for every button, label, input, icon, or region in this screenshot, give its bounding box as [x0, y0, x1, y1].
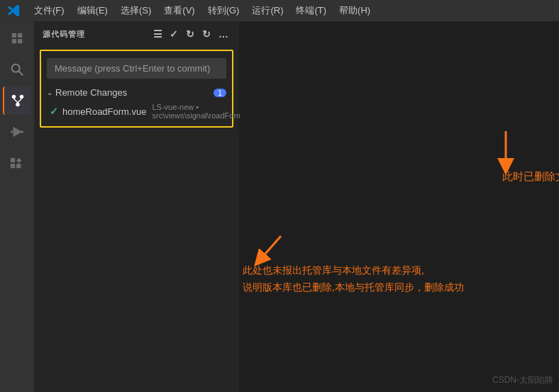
svg-point-7 — [20, 95, 24, 99]
svg-rect-2 — [12, 39, 16, 43]
scm-icon-sync[interactable]: ↻ — [201, 27, 213, 41]
menu-edit[interactable]: 编辑(E) — [72, 0, 114, 21]
scm-header-icons: ☰ ✓ ↻ ↻ … — [152, 27, 231, 41]
menu-help[interactable]: 帮助(H) — [333, 0, 376, 21]
annotation-text-1: 此时已删除文件test.js消失 — [502, 170, 559, 184]
svg-line-5 — [19, 72, 23, 76]
scm-title: 源代码管理 — [43, 29, 84, 40]
remote-changes-title: Remote Changes — [55, 87, 127, 98]
remote-changes-section: ⌄ Remote Changes 1 ✓ homeRoadForm.vue LS… — [41, 84, 232, 122]
file-name: homeRoadForm.vue — [62, 106, 147, 117]
svg-point-4 — [12, 65, 20, 72]
svg-marker-11 — [13, 127, 23, 138]
scm-icon-check[interactable]: ✓ — [168, 27, 180, 41]
scm-icon-more[interactable]: … — [217, 27, 231, 41]
activity-extensions[interactable] — [3, 149, 31, 177]
svg-line-10 — [18, 99, 22, 103]
commit-message-input[interactable] — [47, 58, 226, 79]
annotation-text-2: 此处也未报出托管库与本地文件有差异项, 说明版本库也已删除,本地与托管库同步，删… — [243, 262, 464, 296]
svg-rect-0 — [12, 33, 16, 38]
scm-icon-list[interactable]: ☰ — [152, 27, 165, 41]
activity-search[interactable] — [3, 55, 31, 84]
file-item[interactable]: ✓ homeRoadForm.vue LS-vue-new • src\view… — [41, 101, 232, 122]
svg-point-8 — [16, 103, 20, 107]
scm-header: 源代码管理 ☰ ✓ ↻ ↻ … — [34, 21, 239, 47]
scm-icon-refresh-undo[interactable]: ↻ — [184, 27, 197, 41]
menu-terminal[interactable]: 终端(T) — [290, 0, 332, 21]
remote-changes-header[interactable]: ⌄ Remote Changes 1 — [41, 84, 232, 101]
highlight-box: ⌄ Remote Changes 1 ✓ homeRoadForm.vue LS… — [40, 50, 233, 128]
svg-line-9 — [14, 99, 18, 103]
svg-rect-16 — [11, 158, 15, 162]
menu-goto[interactable]: 转到(G) — [202, 0, 245, 21]
file-path: LS-vue-new • src\views\signal\roadForm — [153, 103, 243, 120]
commit-input-area — [41, 55, 232, 82]
svg-point-12 — [11, 130, 13, 133]
svg-rect-3 — [18, 39, 22, 43]
chevron-down-icon: ⌄ — [47, 89, 52, 96]
svg-rect-1 — [18, 33, 22, 38]
activity-bar — [0, 21, 34, 392]
vscode-logo — [6, 3, 21, 18]
activity-source-control[interactable] — [3, 86, 31, 115]
main-layout: 源代码管理 ☰ ✓ ↻ ↻ … ⌄ Remote Changes — [0, 21, 559, 392]
editor-area: 此时已删除文件test.js消失 此处也未报出托管库与本地文件有差异项, 说明版… — [240, 21, 559, 392]
activity-debug[interactable] — [3, 118, 31, 146]
menu-bar: 文件(F) 编辑(E) 选择(S) 查看(V) 转到(G) 运行(R) 终端(T… — [0, 0, 559, 21]
menu-view[interactable]: 查看(V) — [158, 0, 200, 21]
scm-panel: 源代码管理 ☰ ✓ ↻ ↻ … ⌄ Remote Changes — [34, 21, 240, 392]
activity-explorer[interactable] — [3, 24, 31, 52]
section-header-left: ⌄ Remote Changes — [47, 87, 127, 98]
remote-changes-badge: 1 — [214, 89, 226, 97]
menu-file[interactable]: 文件(F) — [28, 0, 70, 21]
vue-file-icon: ✓ — [50, 106, 58, 117]
watermark: CSDN-太阳陷阱 — [492, 374, 553, 386]
svg-point-6 — [12, 95, 16, 99]
svg-rect-14 — [11, 164, 15, 168]
menu-select[interactable]: 选择(S) — [115, 0, 157, 21]
svg-line-18 — [260, 236, 281, 260]
svg-rect-15 — [16, 164, 21, 168]
svg-point-13 — [21, 130, 24, 133]
menu-run[interactable]: 运行(R) — [246, 0, 289, 21]
